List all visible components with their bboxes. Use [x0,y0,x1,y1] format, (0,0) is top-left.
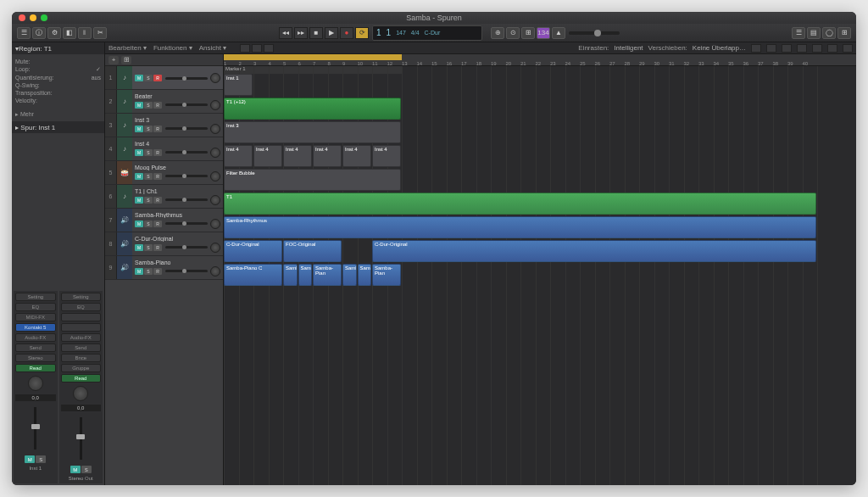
track-pan-knob[interactable] [210,219,220,229]
inspector-row[interactable]: Mute: [15,58,101,65]
replace-button[interactable]: ⊕ [491,27,504,39]
region[interactable]: Filter Bubble [224,169,401,191]
inspector-region-header[interactable]: ▾ Region: T1 [12,42,104,54]
drag-select[interactable]: Keine Überlapp… [693,44,746,52]
region[interactable]: Samba-Piano C [224,264,282,286]
track-icon[interactable]: ♪ [117,185,132,208]
region[interactable]: FOC-Original [283,240,342,262]
tuner-button[interactable]: ⊙ [506,27,520,39]
region[interactable]: C-Dur-Original [224,240,282,262]
insert-slot[interactable]: EQ [15,303,56,311]
track-name[interactable]: T1 | Ch1 [135,188,220,194]
tool-g[interactable] [843,44,853,53]
track-volume-slider[interactable] [165,151,208,154]
track-volume-slider[interactable] [165,270,208,272]
track-pan-knob[interactable] [210,124,220,134]
pan-knob[interactable] [28,376,43,391]
volume-fader[interactable] [80,417,82,460]
mute-button[interactable]: M [135,126,143,132]
region[interactable]: T1 [224,193,816,215]
track-icon[interactable]: 🔊 [117,256,132,279]
region[interactable]: Samb [298,264,313,286]
browser-button[interactable]: ⊞ [837,27,851,39]
group-slot[interactable]: Gruppe [61,364,102,372]
track-header[interactable]: 7 🔊 Samba-Rhythmus M S R [105,209,223,232]
loops-button[interactable]: ◯ [822,27,836,39]
solo-button[interactable]: S [144,197,153,204]
tool-d[interactable] [797,44,807,53]
track-pan-knob[interactable] [210,100,220,110]
track-volume-slider[interactable] [165,127,208,130]
stop-button[interactable]: ■ [309,27,323,39]
inspector-track-header[interactable]: ▸ Spur: Inst 1 [12,121,104,133]
insert-slot[interactable] [61,313,102,321]
solo-button[interactable]: S [144,268,153,275]
track-header[interactable]: 5 🥁 Moog Pulse M S R [105,161,223,185]
snap-select[interactable]: Intelligent [614,44,643,52]
insert-slot[interactable]: Send [61,343,102,352]
menu-ansicht[interactable]: Ansicht ▾ [199,44,226,52]
tool-c[interactable] [782,44,792,53]
track-icon[interactable]: ♪ [117,114,132,137]
pan-knob[interactable] [73,386,88,401]
solo-button[interactable]: S [144,244,153,251]
record-button[interactable]: ● [340,27,353,39]
track-pan-knob[interactable] [210,171,220,181]
tool-e[interactable] [812,44,822,53]
insert-slot[interactable]: MIDI-FX [15,313,56,321]
track-pan-knob[interactable] [210,266,220,276]
mute-button[interactable]: M [135,244,143,251]
insert-slot[interactable]: EQ [61,303,102,311]
mixer-button[interactable]: ⫴ [78,27,92,39]
forward-button[interactable]: ▸▸ [294,27,308,39]
solo-button[interactable]: S [144,221,153,227]
solo-button[interactable]: S [81,466,92,473]
insert-slot[interactable]: Audio-FX [61,333,102,342]
insert-slot[interactable]: Bnce [61,354,102,362]
track-volume-slider[interactable] [165,222,208,225]
track-pan-knob[interactable] [210,148,220,158]
track-header[interactable]: 3 ♪ Inst 3 M S R [105,114,223,137]
mute-button[interactable]: M [135,75,143,81]
master-volume-slider[interactable] [569,31,620,35]
editors-button[interactable]: ✂ [93,27,107,39]
track-name[interactable]: Beater [135,93,220,99]
track-name[interactable]: Samba-Piano [135,260,220,265]
solo-button[interactable]: S [144,75,153,81]
track-name[interactable]: Inst 4 [135,141,220,147]
inspector-row[interactable]: Loop:✓ [15,65,101,74]
track-icon[interactable]: 🥁 [117,161,132,184]
region[interactable]: Samba-Rhythmus [224,216,816,238]
region[interactable]: Samb [342,264,357,286]
track-name[interactable]: C-Dur-Original [135,236,220,242]
region[interactable]: Inst 4 [253,145,282,167]
lcd-display[interactable]: 1 1 147 4/4 C-Dur [372,25,482,41]
solo-button[interactable]: S [144,173,153,180]
record-enable-button[interactable]: R [153,268,162,275]
mute-button[interactable]: M [135,102,143,109]
record-enable-button[interactable]: R [153,197,162,204]
tool-f[interactable] [827,44,837,53]
solo-button[interactable]: S [144,102,153,109]
ruler[interactable]: 1234567891011121314151617181920212223242… [224,54,856,66]
track-icon[interactable]: 🔊 [117,232,132,255]
list-editors-button[interactable]: ☰ [792,27,805,39]
track-volume-slider[interactable] [165,246,208,248]
region[interactable]: Inst 4 [224,145,253,167]
tool-b[interactable] [766,44,776,53]
add-track-button[interactable]: + [108,56,119,64]
track-header[interactable]: 6 ♪ T1 | Ch1 M S R [105,185,223,209]
region[interactable]: Samb [358,264,372,286]
metronome-button[interactable]: 134 [537,27,550,39]
mute-button[interactable]: M [135,268,143,275]
record-enable-button[interactable]: R [153,173,162,180]
menu-bearbeiten[interactable]: Bearbeiten ▾ [108,44,147,52]
inspector-row[interactable]: Transposition: [15,89,101,97]
region[interactable]: Inst 4 [342,145,371,167]
library-button[interactable]: ☰ [17,27,31,39]
region[interactable]: T1 (+12) [224,98,401,120]
cycle-range[interactable] [224,54,402,60]
automation-mode[interactable]: Read [15,364,56,372]
track-icon[interactable]: ♪ [117,66,132,89]
inspector-button[interactable]: ⓘ [32,27,46,39]
